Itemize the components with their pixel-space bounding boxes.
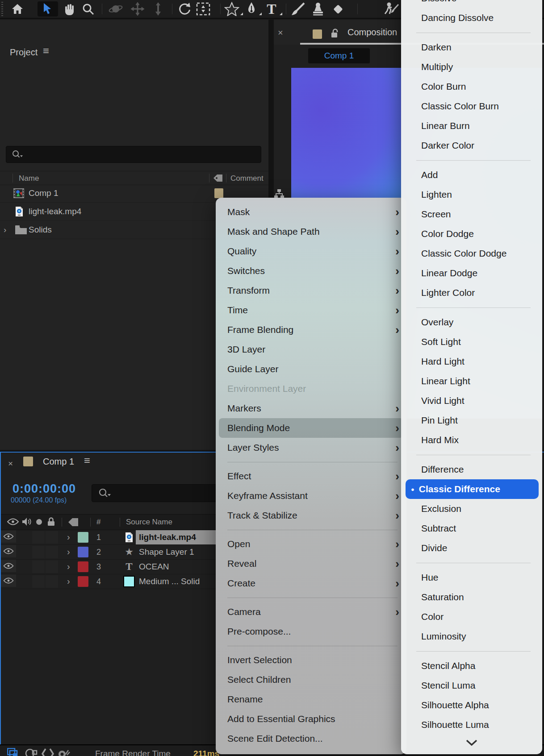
project-item-name[interactable]: Comp 1: [29, 188, 59, 198]
blend-mode-add[interactable]: Add: [401, 165, 542, 185]
project-panel-menu-icon[interactable]: ≡: [43, 46, 49, 55]
blend-mode-linear-dodge[interactable]: Linear Dodge: [401, 263, 542, 283]
expander-chevron-icon[interactable]: ›: [67, 532, 70, 542]
label-color-chip[interactable]: [214, 188, 223, 198]
menu-item-create[interactable]: Create›: [216, 573, 406, 593]
blend-mode-lighter-color[interactable]: Lighter Color: [401, 283, 542, 303]
menu-item-guide-layer[interactable]: Guide Layer: [216, 359, 406, 379]
blend-mode-stencil-luma[interactable]: Stencil Luma: [401, 676, 542, 695]
menu-item-open[interactable]: Open›: [216, 534, 406, 554]
roto-brush-tool-icon[interactable]: [382, 0, 401, 18]
camera-region-tool-icon[interactable]: [195, 0, 212, 18]
audio-switch-cell[interactable]: [46, 561, 58, 573]
label-tag-icon[interactable]: [213, 174, 223, 185]
blend-mode-darker-color[interactable]: Darker Color: [401, 136, 542, 155]
blend-mode-silhouette-luma[interactable]: Silhouette Luma: [401, 715, 542, 735]
project-item-name[interactable]: light-leak.mp4: [29, 207, 81, 216]
menu-item-blending-mode[interactable]: Blending Mode›: [219, 418, 403, 438]
layer-label-chip[interactable]: [78, 561, 88, 572]
selection-tool-icon[interactable]: [38, 1, 58, 17]
blend-mode-classic-color-dodge[interactable]: Classic Color Dodge: [401, 244, 542, 263]
snail-icon[interactable]: [57, 748, 71, 756]
menu-item-mask-and-shape-path[interactable]: Mask and Shape Path›: [216, 222, 406, 241]
eraser-tool-icon[interactable]: [331, 0, 346, 18]
video-switch-cell[interactable]: [32, 546, 45, 558]
menu-item-3d-layer[interactable]: 3D Layer: [216, 340, 406, 359]
menu-item-keyframe-assistant[interactable]: Keyframe Assistant›: [216, 486, 406, 506]
blend-mode-classic-difference[interactable]: ●Classic Difference: [406, 479, 539, 499]
blend-mode-silhouette-alpha[interactable]: Silhouette Alpha: [401, 695, 542, 715]
hand-tool-icon[interactable]: [62, 0, 77, 18]
close-icon[interactable]: ×: [8, 459, 13, 469]
audio-icon[interactable]: [22, 517, 32, 528]
blend-mode-linear-burn[interactable]: Linear Burn: [401, 116, 542, 136]
column-source-name[interactable]: Source Name: [126, 518, 172, 527]
comp-viewer-button[interactable]: Comp 1: [308, 48, 370, 63]
blend-mode-multiply[interactable]: Multiply: [401, 57, 542, 77]
audio-switch-cell[interactable]: [46, 531, 58, 544]
blend-mode-hard-light[interactable]: Hard Light: [401, 352, 542, 371]
menu-item-mask[interactable]: Mask›: [216, 202, 406, 222]
current-timecode[interactable]: 0:00:00:00: [13, 482, 76, 496]
label-tag-icon[interactable]: [68, 518, 79, 529]
menu-item-add-to-essential-graphics[interactable]: Add to Essential Graphics: [216, 709, 406, 729]
menu-item-select-children[interactable]: Select Children: [216, 670, 406, 690]
expander-chevron-icon[interactable]: ›: [4, 225, 6, 235]
menu-item-rename[interactable]: Rename: [216, 690, 406, 709]
layer-label-chip[interactable]: [78, 532, 88, 543]
audio-switch-cell[interactable]: [46, 546, 58, 558]
mini-flowchart-icon[interactable]: [7, 748, 20, 756]
shape-tool-icon[interactable]: [223, 0, 240, 18]
menu-item-switches[interactable]: Switches›: [216, 261, 406, 281]
expand-transfer-controls-icon[interactable]: [41, 748, 54, 756]
type-tool-icon[interactable]: T: [264, 0, 280, 18]
pen-tool-icon[interactable]: [244, 0, 259, 18]
video-switch-cell[interactable]: [32, 561, 45, 573]
project-item-name[interactable]: Solids: [29, 225, 52, 235]
project-search-input[interactable]: [6, 146, 261, 163]
scroll-down-chevron-icon[interactable]: [401, 735, 542, 751]
timeline-panel-menu-icon[interactable]: ≡: [84, 456, 90, 465]
blend-mode-saturation[interactable]: Saturation: [401, 587, 542, 607]
column-comment[interactable]: Comment: [230, 174, 264, 183]
menu-item-track-stabilize[interactable]: Track & Stabilize›: [216, 506, 406, 525]
menu-item-frame-blending[interactable]: Frame Blending›: [216, 320, 406, 340]
home-icon[interactable]: [10, 0, 25, 18]
menu-item-pre-compose[interactable]: Pre-compose...: [216, 622, 406, 641]
composition-tab-label[interactable]: Composition: [347, 27, 397, 37]
menu-item-time[interactable]: Time›: [216, 300, 406, 320]
expander-chevron-icon[interactable]: ›: [67, 547, 70, 557]
blend-mode-overlay[interactable]: Overlay: [401, 312, 542, 332]
menu-item-reveal[interactable]: Reveal›: [216, 554, 406, 573]
blend-mode-dissolve[interactable]: Dissolve: [401, 0, 542, 8]
zoom-tool-icon[interactable]: [80, 0, 96, 18]
column-name[interactable]: Name: [19, 174, 39, 183]
eye-icon[interactable]: [1, 560, 16, 572]
blend-mode-exclusion[interactable]: Exclusion: [401, 499, 542, 519]
lock-icon[interactable]: [47, 517, 55, 528]
expander-chevron-icon[interactable]: ›: [67, 561, 70, 572]
blend-mode-linear-light[interactable]: Linear Light: [401, 371, 542, 391]
layer-label-chip[interactable]: [78, 547, 88, 557]
menu-item-markers[interactable]: Markers›: [216, 399, 406, 418]
blend-mode-soft-light[interactable]: Soft Light: [401, 332, 542, 352]
blend-mode-dancing-dissolve[interactable]: Dancing Dissolve: [401, 8, 542, 28]
clone-stamp-tool-icon[interactable]: [310, 0, 326, 18]
blend-mode-hard-mix[interactable]: Hard Mix: [401, 430, 542, 450]
blend-mode-lighten[interactable]: Lighten: [401, 185, 542, 204]
toolbar-drag-handle[interactable]: [1, 2, 3, 16]
blend-mode-difference[interactable]: Difference: [401, 460, 542, 479]
blend-mode-darken[interactable]: Darken: [401, 37, 542, 57]
blend-mode-color[interactable]: Color: [401, 607, 542, 627]
project-columns-header[interactable]: Name Comment: [0, 171, 268, 185]
blend-mode-pin-light[interactable]: Pin Light: [401, 411, 542, 430]
layer-label-chip[interactable]: [78, 576, 88, 587]
menu-item-scene-edit-detection[interactable]: Scene Edit Detection...: [216, 729, 406, 748]
column-number[interactable]: #: [96, 518, 100, 527]
menu-item-quality[interactable]: Quality›: [216, 241, 406, 261]
blend-mode-classic-color-burn[interactable]: Classic Color Burn: [401, 96, 542, 116]
timeline-tab-label[interactable]: Comp 1: [43, 457, 74, 467]
close-icon[interactable]: ×: [278, 28, 283, 38]
rotation-tool-icon[interactable]: [176, 0, 192, 18]
expander-chevron-icon[interactable]: ›: [67, 576, 70, 586]
